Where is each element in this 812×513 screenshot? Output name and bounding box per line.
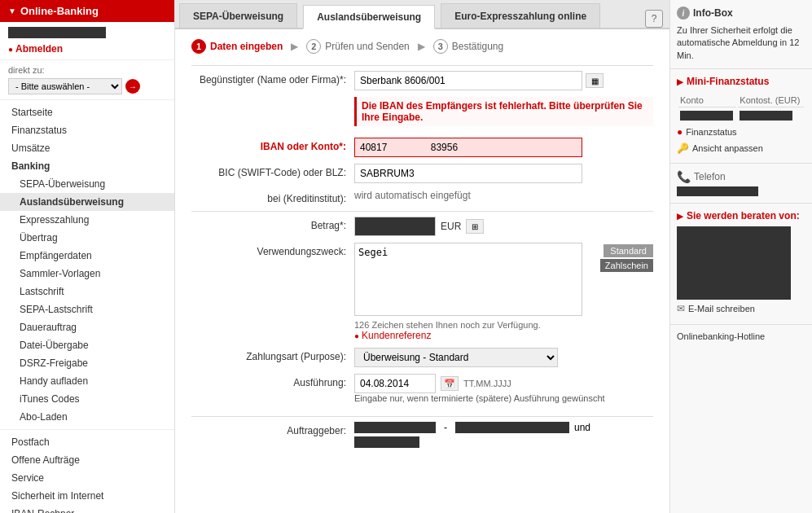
sidebar-item-abo-laden[interactable]: Abo-Laden <box>0 408 174 426</box>
sidebar-item-finanzstatus[interactable]: Finanzstatus <box>0 121 174 139</box>
hotline-label: Onlinebanking-Hotline <box>677 331 805 341</box>
sidebar-item-banking[interactable]: Banking <box>0 157 174 175</box>
sidebar-item-postfach[interactable]: Postfach <box>0 433 174 451</box>
key-icon: 🔑 <box>677 142 689 154</box>
sidebar-item-auslandsueberweisung[interactable]: Auslandsüberweisung <box>0 193 174 211</box>
finanzstatus-link[interactable]: Finanzstatus <box>686 127 736 137</box>
currency-calendar-icon[interactable]: ⊞ <box>466 219 484 234</box>
zahlungsart-label: Zahlungsart (Purpose): <box>191 348 354 362</box>
sidebar-item-empfaengerdaten[interactable]: Empfängerdaten <box>0 247 174 265</box>
bic-input[interactable] <box>354 164 582 183</box>
ansicht-row: 🔑 Ansicht anpassen <box>677 140 805 156</box>
telefon-header: 📞 Telefon <box>677 170 805 183</box>
sidebar-item-dsrz-freigabe[interactable]: DSRZ-Freigabe <box>0 354 174 372</box>
ausfuehrung-hint: Eingabe nur, wenn terminierte (spätere) … <box>354 393 653 403</box>
char-count: 126 Zeichen stehen Ihnen noch zur Verfüg… <box>354 320 653 330</box>
direkt-section: direkt zu: - Bitte auswählen - → <box>0 60 174 100</box>
info-box-text: Zu Ihrer Sicherheit erfolgt die automati… <box>677 24 805 62</box>
sidebar-item-service[interactable]: Service <box>0 469 174 487</box>
tabs-bar: SEPA-Überweisung Auslandsüberweisung Eur… <box>175 0 669 29</box>
sidebar-item-sicherheit-internet[interactable]: Sicherheit im Internet <box>0 487 174 505</box>
info-icon: i <box>677 7 690 20</box>
help-button[interactable]: ? <box>645 10 663 28</box>
divider-1 <box>191 65 653 66</box>
verwendungszweck-input[interactable]: Segei <box>354 243 582 316</box>
calendar-icon[interactable]: 📅 <box>441 376 459 391</box>
auftraggeber-values: - und <box>354 422 653 433</box>
steps-row: 1 Daten eingeben ▶ 2 Prüfen und Senden ▶… <box>191 39 653 54</box>
auftraggeber-row: Auftraggeber: - und <box>191 422 653 448</box>
ausfuehrung-row: Ausführung: 📅 TT.MM.JJJJ Eingabe nur, we… <box>191 374 653 410</box>
nav-separator-1 <box>0 429 174 430</box>
ausfuehrung-label: Ausführung: <box>191 374 354 388</box>
hotline-section: Onlinebanking-Hotline <box>670 325 812 348</box>
zahlschein-button[interactable]: Zahlschein <box>600 259 653 272</box>
standard-button[interactable]: Standard <box>604 244 653 257</box>
main-content: SEPA-Überweisung Auslandsüberweisung Eur… <box>175 0 669 513</box>
step-arrow-2: ▶ <box>418 41 425 52</box>
tab-sepa-ueberweisung[interactable]: SEPA-Überweisung <box>179 3 297 28</box>
tab-auslandsueberweisung[interactable]: Auslandsüberweisung <box>303 5 435 29</box>
sidebar-item-datei-uebergabe[interactable]: Datei-Übergabe <box>0 336 174 354</box>
betrag-input[interactable] <box>354 217 436 236</box>
direkt-label: direkt zu: <box>8 65 166 75</box>
beraten-header[interactable]: Sie werden beraten von: <box>677 210 805 221</box>
verwendungszweck-control: Segei Standard Zahlschein 126 Zeichen st… <box>354 243 653 341</box>
error-label-spacer <box>191 97 354 100</box>
sidebar-item-startseite[interactable]: Startseite <box>0 103 174 121</box>
scan-icon[interactable]: ▦ <box>586 73 604 88</box>
datum-hint: TT.MM.JJJJ <box>463 379 511 388</box>
email-row[interactable]: ✉ E-Mail schreiben <box>677 300 805 318</box>
sidebar-item-sepa-lastschrift[interactable]: SEPA-Lastschrift <box>0 300 174 318</box>
abmelden-label: Abmelden <box>15 43 63 55</box>
divider-3 <box>191 416 653 417</box>
mini-finanz-title: Mini-Finanzstatus <box>687 76 769 87</box>
kundenreferenz-label: Kundenreferenz <box>362 330 431 341</box>
sidebar-item-uebertrag[interactable]: Übertrag <box>0 229 174 247</box>
sidebar-item-sepa-ueberweisung[interactable]: SEPA-Überweisung <box>0 175 174 193</box>
sidebar-item-handy-aufladen[interactable]: Handy aufladen <box>0 372 174 390</box>
direkt-select[interactable]: - Bitte auswählen - <box>8 78 122 94</box>
abmelden-button[interactable]: Abmelden <box>8 43 166 55</box>
sidebar-item-lastschrift[interactable]: Lastschrift <box>0 283 174 300</box>
direkt-go-button[interactable]: → <box>125 79 140 94</box>
datum-input[interactable] <box>354 374 436 393</box>
kreditinstitut-row: bei (Kreditinstitut): wird automatisch e… <box>191 190 653 204</box>
sidebar-item-expresszahlung[interactable]: Expresszahlung <box>0 211 174 229</box>
sidebar-item-dauerauftrag[interactable]: Dauerauftrag <box>0 318 174 336</box>
sidebar-item-umsaetze[interactable]: Umsätze <box>0 139 174 157</box>
mini-finanz-row <box>678 109 804 122</box>
sidebar: Online-Banking Abmelden direkt zu: - Bit… <box>0 0 175 513</box>
nav-section: Startseite Finanzstatus Umsätze Banking … <box>0 100 174 513</box>
error-control: Die IBAN des Empfängers ist fehlerhaft. … <box>354 97 653 131</box>
sidebar-header: Online-Banking <box>0 0 174 22</box>
beguenstigter-input-group: ▦ <box>354 71 653 90</box>
sidebar-item-offene-auftraege[interactable]: Offene Aufträge <box>0 451 174 469</box>
sidebar-item-itunes-codes[interactable]: iTunes Codes <box>0 390 174 408</box>
iban-input[interactable] <box>354 138 582 157</box>
error-row: Die IBAN des Empfängers ist fehlerhaft. … <box>191 97 653 131</box>
ansicht-link[interactable]: Ansicht anpassen <box>692 143 763 153</box>
betrag-row: Betrag*: EUR ⊞ <box>191 217 653 236</box>
mini-finanz-header[interactable]: Mini-Finanzstatus <box>677 76 805 87</box>
tab-euro-expresszahlung[interactable]: Euro-Expresszahlung online <box>441 3 600 28</box>
zahlungsart-select[interactable]: Überweisung - Standard Eilüberweisung Ge… <box>354 348 558 367</box>
auftraggeber-bar-2 <box>455 422 569 433</box>
verwendungszweck-row: Verwendungszweck: Segei Standard Zahlsch… <box>191 243 653 341</box>
kundenreferenz-link[interactable]: Kundenreferenz <box>354 330 653 341</box>
email-link[interactable]: E-Mail schreiben <box>688 304 755 314</box>
sidebar-item-iban-rechner[interactable]: IBAN-Rechner <box>0 505 174 513</box>
form-area: 1 Daten eingeben ▶ 2 Prüfen und Senden ▶… <box>175 29 669 513</box>
info-box-title-text: Info-Box <box>693 7 733 19</box>
sidebar-item-sammler-vorlagen[interactable]: Sammler-Vorlagen <box>0 265 174 283</box>
error-message: Die IBAN des Empfängers ist fehlerhaft. … <box>354 97 653 126</box>
auftraggeber-control: - und <box>354 422 653 448</box>
divider-2 <box>191 211 653 212</box>
step-3: 3 Bestätigung <box>433 39 503 54</box>
step-3-label: Bestätigung <box>452 41 503 52</box>
mini-finanz-section: Mini-Finanzstatus Konto Kontost. (EUR) ●… <box>670 69 812 164</box>
kontost-bar <box>740 111 792 121</box>
beraten-section: Sie werden beraten von: ✉ E-Mail schreib… <box>670 204 812 325</box>
step-3-num: 3 <box>433 39 448 54</box>
beguenstigter-input[interactable] <box>354 71 582 90</box>
